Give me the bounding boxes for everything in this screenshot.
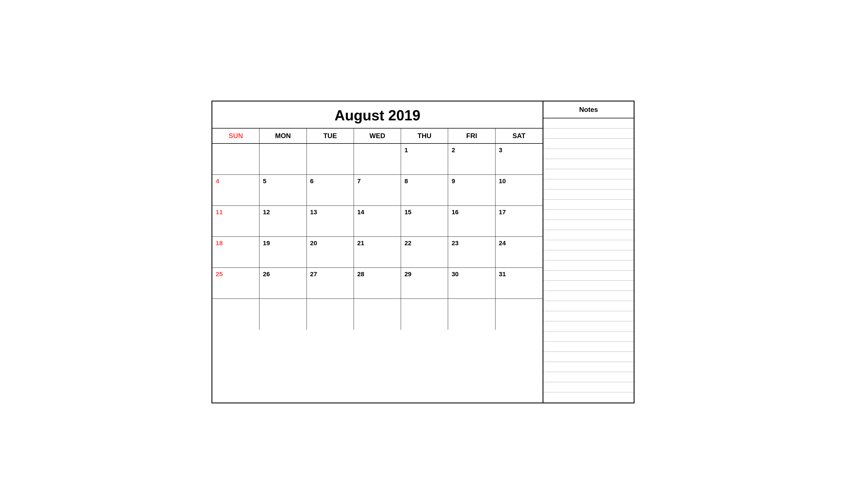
calendar-cell[interactable]: 23 <box>448 237 495 268</box>
day-header-sun: SUN <box>212 128 260 143</box>
notes-line[interactable] <box>543 271 634 281</box>
cell-number: 28 <box>357 271 364 278</box>
notes-line[interactable] <box>543 311 634 321</box>
calendar-section: August 2019 SUNMONTUEWEDTHUFRISAT 123456… <box>212 102 543 402</box>
notes-line[interactable] <box>543 220 634 230</box>
calendar-cell[interactable]: 22 <box>401 237 448 268</box>
cell-number: 19 <box>263 239 270 247</box>
calendar-cell[interactable] <box>354 144 401 175</box>
cell-number: 6 <box>310 178 314 185</box>
calendar-cell[interactable]: 29 <box>401 268 448 299</box>
notes-line[interactable] <box>543 331 634 342</box>
notes-line[interactable] <box>543 291 634 301</box>
calendar-cell[interactable]: 21 <box>354 237 401 268</box>
notes-line[interactable] <box>543 169 634 179</box>
cell-number: 5 <box>263 178 266 185</box>
calendar-cell[interactable]: 7 <box>354 175 401 206</box>
calendar-cell[interactable]: 19 <box>260 237 306 268</box>
cell-number: 25 <box>216 271 223 278</box>
calendar-cell[interactable] <box>212 299 260 330</box>
calendar-cell[interactable]: 28 <box>354 268 401 299</box>
calendar-cell[interactable]: 30 <box>448 268 495 299</box>
cell-number: 11 <box>216 209 223 216</box>
notes-line[interactable] <box>543 159 634 169</box>
cell-number: 18 <box>216 239 223 247</box>
notes-line[interactable] <box>543 372 634 382</box>
calendar-cell[interactable]: 16 <box>448 206 495 237</box>
calendar-cell[interactable]: 6 <box>307 175 354 206</box>
calendar-cell[interactable] <box>212 144 260 175</box>
notes-line[interactable] <box>543 240 634 250</box>
day-header-mon: MON <box>260 128 306 143</box>
calendar-cell[interactable]: 3 <box>495 144 543 175</box>
calendar-cell[interactable]: 14 <box>354 206 401 237</box>
cell-number: 7 <box>357 178 361 185</box>
calendar-cell[interactable]: 11 <box>212 206 260 237</box>
notes-section: Notes <box>543 102 634 402</box>
calendar-cell[interactable]: 8 <box>401 175 448 206</box>
notes-line[interactable] <box>543 250 634 260</box>
notes-line[interactable] <box>543 281 634 291</box>
calendar-cell[interactable]: 26 <box>260 268 306 299</box>
cell-number: 12 <box>263 209 270 216</box>
cell-number: 13 <box>310 209 317 216</box>
notes-line[interactable] <box>543 321 634 331</box>
calendar-cell[interactable]: 17 <box>495 206 543 237</box>
notes-line[interactable] <box>543 230 634 240</box>
notes-line[interactable] <box>543 119 634 128</box>
notes-line[interactable] <box>543 392 634 402</box>
notes-line[interactable] <box>543 128 634 139</box>
calendar-cell[interactable]: 24 <box>495 237 543 268</box>
notes-title: Notes <box>543 102 634 119</box>
calendar-cell[interactable]: 20 <box>307 237 354 268</box>
notes-line[interactable] <box>543 190 634 200</box>
cell-number: 10 <box>499 178 506 185</box>
cell-number: 3 <box>499 147 502 154</box>
day-headers: SUNMONTUEWEDTHUFRISAT <box>212 128 543 144</box>
cell-number: 30 <box>452 271 459 278</box>
calendar-cell[interactable] <box>495 299 543 330</box>
cell-number: 31 <box>499 271 506 278</box>
calendar-cell[interactable]: 15 <box>401 206 448 237</box>
calendar-cell[interactable]: 5 <box>260 175 306 206</box>
calendar-cell[interactable]: 4 <box>212 175 260 206</box>
calendar-cell[interactable]: 10 <box>495 175 543 206</box>
notes-line[interactable] <box>543 179 634 190</box>
notes-line[interactable] <box>543 200 634 210</box>
notes-lines[interactable] <box>543 119 634 402</box>
cell-number: 24 <box>499 239 506 247</box>
day-header-tue: TUE <box>307 128 354 143</box>
calendar-cell[interactable] <box>260 144 306 175</box>
notes-line[interactable] <box>543 139 634 149</box>
notes-line[interactable] <box>543 301 634 311</box>
calendar-cell[interactable]: 2 <box>448 144 495 175</box>
calendar-cell[interactable]: 1 <box>401 144 448 175</box>
calendar-cell[interactable] <box>401 299 448 330</box>
notes-line[interactable] <box>543 149 634 159</box>
calendar-cell[interactable]: 25 <box>212 268 260 299</box>
calendar-cell[interactable] <box>307 144 354 175</box>
notes-line[interactable] <box>543 382 634 392</box>
calendar-cell[interactable]: 31 <box>495 268 543 299</box>
calendar-cell[interactable] <box>307 299 354 330</box>
day-header-wed: WED <box>354 128 401 143</box>
calendar-cell[interactable] <box>448 299 495 330</box>
cell-number: 1 <box>404 147 408 154</box>
notes-line[interactable] <box>543 260 634 271</box>
cell-number: 23 <box>452 239 459 247</box>
calendar-cell[interactable] <box>260 299 306 330</box>
cell-number: 8 <box>404 178 408 185</box>
calendar-cell[interactable]: 13 <box>307 206 354 237</box>
calendar-cell[interactable]: 18 <box>212 237 260 268</box>
notes-line[interactable] <box>543 362 634 372</box>
day-header-sat: SAT <box>495 128 543 143</box>
calendar-cell[interactable]: 27 <box>307 268 354 299</box>
calendar-cell[interactable]: 12 <box>260 206 306 237</box>
calendar-cell[interactable] <box>354 299 401 330</box>
notes-line[interactable] <box>543 210 634 220</box>
cell-number: 17 <box>499 209 506 216</box>
notes-line[interactable] <box>543 352 634 362</box>
notes-line[interactable] <box>543 342 634 352</box>
cell-number: 4 <box>216 178 219 185</box>
calendar-cell[interactable]: 9 <box>448 175 495 206</box>
